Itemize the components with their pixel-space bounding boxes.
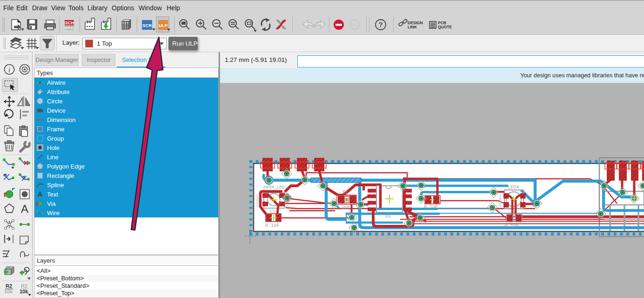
svg-text:R2: R2 <box>6 283 12 289</box>
svg-text:0.1uF: 0.1uF <box>424 204 438 210</box>
svg-text:C?: C? <box>511 209 516 213</box>
svg-text:PRIM_LED: PRIM_LED <box>263 185 285 190</box>
svg-text:R2: R2 <box>21 283 27 289</box>
svg-text:A5S2B2E5: A5S2B2E5 <box>499 194 502 208</box>
svg-text:0.1uF: 0.1uF <box>265 223 279 228</box>
svg-text:10k: 10k <box>20 289 28 294</box>
svg-text:LED4: LED4 <box>508 185 519 190</box>
svg-text:A: A <box>38 190 42 198</box>
svg-text:LINK: LINK <box>408 25 417 29</box>
svg-text:QUOTE: QUOTE <box>438 25 452 29</box>
svg-text:?: ? <box>378 20 382 28</box>
svg-text:300: 300 <box>341 205 349 210</box>
svg-text:SCR: SCR <box>142 23 152 28</box>
svg-text:0.1uF: 0.1uF <box>505 224 519 229</box>
svg-text:GO: GO <box>351 22 358 27</box>
svg-text:SCH: SCH <box>65 20 74 25</box>
svg-text:C6: C6 <box>429 190 434 196</box>
svg-text:ULP: ULP <box>159 23 168 28</box>
svg-text:BRD: BRD <box>65 25 74 30</box>
svg-text:10k: 10k <box>4 289 13 294</box>
svg-text:R1: R1 <box>342 190 348 195</box>
svg-text:A5S2B2E5: A5S2B2E5 <box>256 194 259 208</box>
svg-text:U1: U1 <box>385 214 391 219</box>
svg-text:A: A <box>21 203 28 215</box>
svg-text:i: i <box>8 66 10 74</box>
